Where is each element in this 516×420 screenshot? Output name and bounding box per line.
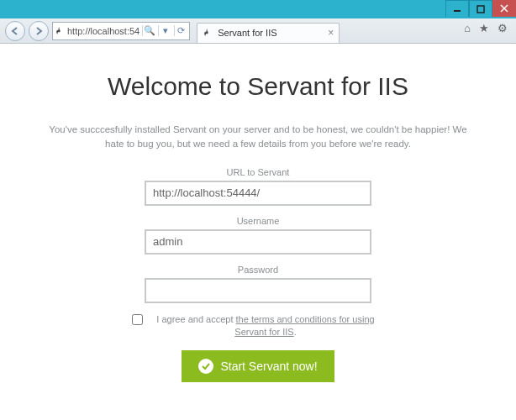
start-button-label: Start Servant now! <box>220 360 317 373</box>
home-icon[interactable]: ⌂ <box>464 22 471 34</box>
site-favicon-icon <box>55 26 65 36</box>
username-input[interactable] <box>145 229 371 255</box>
favorites-icon[interactable]: ★ <box>479 22 489 34</box>
search-icon[interactable]: 🔍 <box>142 25 155 36</box>
browser-menu-icons: ⌂ ★ ⚙ <box>464 22 508 34</box>
url-input[interactable] <box>145 181 371 206</box>
password-field: Password <box>25 265 491 303</box>
username-label: Username <box>25 216 491 226</box>
tools-icon[interactable]: ⚙ <box>498 22 508 34</box>
browser-tab[interactable]: Servant for IIS × <box>197 23 340 43</box>
url-field: URL to Servant <box>25 167 491 206</box>
browser-window: http://localhost:54 🔍 ▾ ⟳ Servant for II… <box>0 0 516 420</box>
terms-checkbox[interactable] <box>132 314 143 325</box>
arrow-left-icon <box>10 26 20 36</box>
browser-toolbar: http://localhost:54 🔍 ▾ ⟳ Servant for II… <box>0 18 516 44</box>
arrow-right-icon <box>34 26 44 36</box>
svg-rect-1 <box>477 6 484 13</box>
refresh-icon[interactable]: ⟳ <box>174 25 187 36</box>
nav-forward-button[interactable] <box>29 21 49 41</box>
page-content: Welcome to Servant for IIS You've succce… <box>0 44 516 391</box>
terms-text: I agree and accept the terms and conditi… <box>147 313 384 339</box>
window-minimize-button[interactable] <box>445 0 469 17</box>
address-bar-url: http://localhost:54 <box>67 26 140 36</box>
terms-link[interactable]: the terms and conditions for using Serva… <box>234 314 374 337</box>
dropdown-icon[interactable]: ▾ <box>158 25 171 36</box>
password-label: Password <box>25 265 491 275</box>
tab-title: Servant for IIS <box>218 28 276 38</box>
start-button[interactable]: Start Servant now! <box>182 350 334 382</box>
address-bar[interactable]: http://localhost:54 🔍 ▾ ⟳ <box>52 22 190 40</box>
terms-agree: I agree and accept the terms and conditi… <box>132 313 384 339</box>
username-field: Username <box>25 216 491 255</box>
window-close-button[interactable] <box>492 0 516 17</box>
window-titlebar <box>0 0 516 18</box>
password-input[interactable] <box>145 278 371 303</box>
intro-text: You've succcesfully installed Servant on… <box>39 123 477 152</box>
tab-close-icon[interactable]: × <box>328 27 334 39</box>
url-label: URL to Servant <box>25 167 491 177</box>
window-maximize-button[interactable] <box>469 0 492 17</box>
nav-back-button[interactable] <box>5 21 25 41</box>
check-circle-icon <box>198 359 213 374</box>
tab-favicon-icon <box>203 28 213 38</box>
page-heading: Welcome to Servant for IIS <box>25 72 491 101</box>
